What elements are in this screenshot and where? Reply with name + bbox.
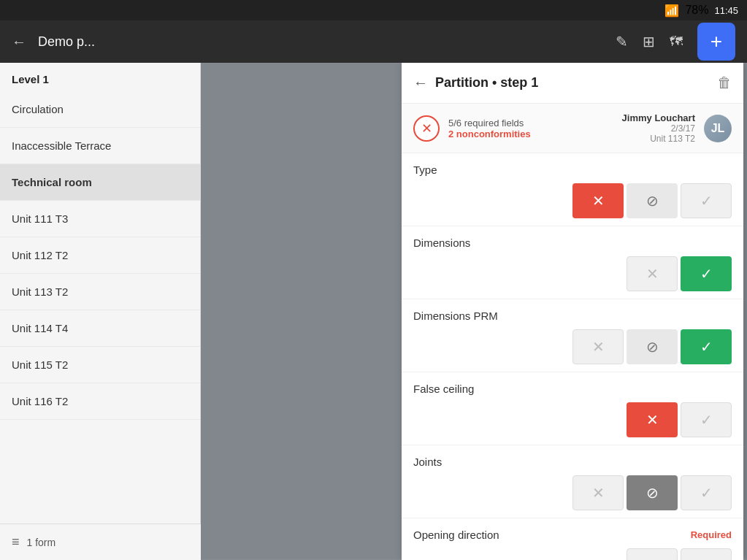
sidebar-item-technical-room[interactable]: Technical room [0,164,200,201]
field-dimensions-prm: Dimensions PRM ✕ ⊘ ✓ [402,299,743,372]
field-dimensions-label: Dimensions [413,237,732,249]
sidebar-footer: ≡ 1 form [0,523,201,560]
back-button[interactable]: ← [12,34,26,50]
top-toolbar: ← Demo p... ✎ ⊞ 🗺 + [0,20,747,63]
field-opening-direction-label: Opening direction Required [413,529,732,541]
avatar-initials: JL [704,115,732,142]
main-area: Level 1 Circulation Inaccessible Terrace… [0,63,747,560]
sidebar-item-unit-111-t3[interactable]: Unit 111 T3 [0,201,200,237]
info-bar: ✕ 5/6 required fields 2 nonconformities … [402,104,743,153]
wifi-icon: 📶 [664,4,679,18]
field-dimensions-prm-buttons: ✕ ⊘ ✓ [413,329,732,364]
field-dimensions: Dimensions ✕ ✓ [402,226,743,299]
opening-direction-reject-button[interactable]: ✕ [627,548,678,560]
modal-back-button[interactable]: ← [413,74,428,91]
clock: 11:45 [714,5,738,16]
info-text: 5/6 required fields 2 nonconformities [448,118,613,139]
joints-neutral-button[interactable]: ⊘ [627,475,678,510]
sidebar-item-unit-115-t2[interactable]: Unit 115 T2 [0,347,200,383]
app-title: Demo p... [38,34,604,50]
field-opening-direction-buttons: ✕ ✓ [413,548,732,560]
sidebar-footer-text: 1 form [27,537,56,548]
field-joints-label: Joints [413,456,732,468]
dimensions-prm-reject-button[interactable]: ✕ [572,329,624,364]
add-button[interactable]: + [697,23,735,61]
user-date: 2/3/17 [622,123,695,134]
dimensions-prm-neutral-button[interactable]: ⊘ [627,329,678,364]
map-icon[interactable]: 🗺 [670,34,683,50]
field-type-label: Type [413,164,732,176]
dimensions-prm-approve-button[interactable]: ✓ [681,329,732,364]
error-badge: ✕ [413,115,440,142]
required-badge: Required [691,529,732,540]
toolbar-right-icons: ✎ ⊞ 🗺 + [616,23,735,61]
field-dimensions-buttons: ✕ ✓ [413,256,732,291]
user-info: Jimmy Louchart 2/3/17 Unit 113 T2 [622,112,695,144]
form-section: Type ✕ ⊘ ✓ Dimensions ✕ ✓ [402,153,743,560]
sidebar-item-unit-113-t2[interactable]: Unit 113 T2 [0,274,200,310]
field-false-ceiling-buttons: ✕ ✓ [413,402,732,437]
edit-icon[interactable]: ✎ [616,33,628,50]
type-approve-button[interactable]: ✓ [681,183,732,218]
sidebar-item-inaccessible-terrace[interactable]: Inaccessible Terrace [0,128,200,164]
type-neutral-button[interactable]: ⊘ [627,183,678,218]
false-ceiling-approve-button[interactable]: ✓ [681,402,732,437]
joints-approve-button[interactable]: ✓ [681,475,732,510]
add-icon: + [710,30,722,53]
field-opening-direction: Opening direction Required ✕ ✓ [402,518,743,560]
field-false-ceiling: False ceiling ✕ ✓ [402,372,743,445]
sidebar-item-unit-112-t2[interactable]: Unit 112 T2 [0,237,200,274]
opening-direction-approve-button[interactable]: ✓ [681,548,732,560]
dimensions-approve-button[interactable]: ✓ [681,256,732,291]
opening-direction-text: Opening direction [413,529,499,541]
user-avatar: JL [704,115,732,142]
field-type: Type ✕ ⊘ ✓ [402,153,743,226]
dimensions-reject-button[interactable]: ✕ [627,256,678,291]
modal-delete-button[interactable]: 🗑 [717,74,732,91]
sidebar-item-circulation[interactable]: Circulation [0,91,200,128]
battery-status: 78% [685,4,708,17]
menu-icon: ≡ [12,534,20,550]
sidebar-item-unit-114-t4[interactable]: Unit 114 T4 [0,310,200,347]
type-reject-button[interactable]: ✕ [572,183,624,218]
modal-header: ← Partition • step 1 🗑 [402,63,743,104]
nonconformities-text: 2 nonconformities [448,129,613,139]
plan-area: MIN-02 MIN-02 MIN-01 PL-014 EDF ← Partit… [201,63,747,560]
joints-reject-button[interactable]: ✕ [572,475,624,510]
modal-title: Partition • step 1 [435,75,717,91]
partition-modal: ← Partition • step 1 🗑 ✕ 5/6 required fi… [402,63,743,560]
field-false-ceiling-label: False ceiling [413,383,732,395]
field-dimensions-prm-label: Dimensions PRM [413,310,732,322]
sidebar-level: Level 1 [0,63,200,91]
status-bar: 📶 78% 11:45 [0,0,747,20]
sidebar: Level 1 Circulation Inaccessible Terrace… [0,63,201,560]
modal-overlay: ← Partition • step 1 🗑 ✕ 5/6 required fi… [201,63,747,560]
required-fields-text: 5/6 required fields [448,118,613,129]
field-type-buttons: ✕ ⊘ ✓ [413,183,732,218]
sidebar-item-unit-116-t2[interactable]: Unit 116 T2 [0,383,200,420]
field-joints: Joints ✕ ⊘ ✓ [402,445,743,518]
user-unit: Unit 113 T2 [622,134,695,144]
false-ceiling-reject-button[interactable]: ✕ [627,402,678,437]
user-name: Jimmy Louchart [622,112,695,123]
scan-icon[interactable]: ⊞ [643,33,655,50]
field-joints-buttons: ✕ ⊘ ✓ [413,475,732,510]
